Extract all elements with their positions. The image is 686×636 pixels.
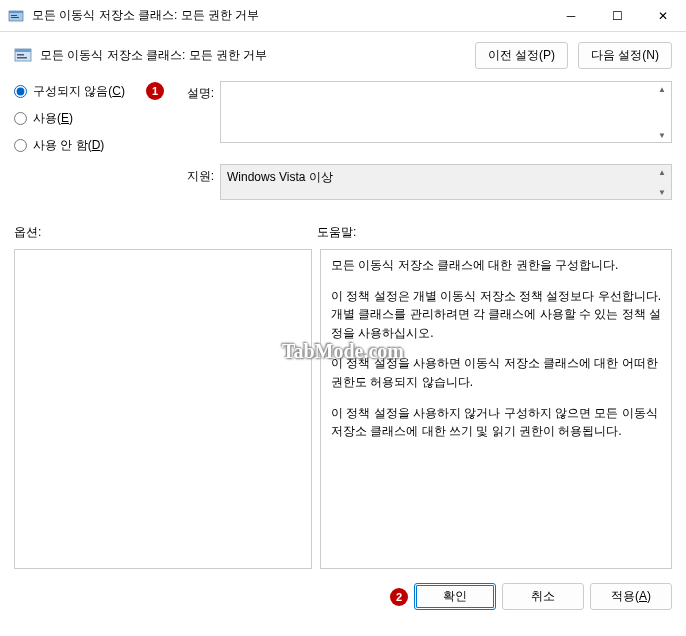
- annotation-badge-2: 2: [390, 588, 408, 606]
- help-paragraph: 이 정책 설정은 개별 이동식 저장소 정책 설정보다 우선합니다. 개별 클래…: [331, 287, 661, 343]
- app-icon: [8, 8, 24, 24]
- svg-rect-5: [15, 49, 31, 52]
- description-field[interactable]: ▲ ▼: [220, 81, 672, 143]
- radio-disabled[interactable]: [14, 139, 27, 152]
- previous-setting-button[interactable]: 이전 설정(P): [475, 42, 568, 69]
- help-panel[interactable]: 모든 이동식 저장소 클래스에 대한 권한을 구성합니다. 이 정책 설정은 개…: [320, 249, 672, 569]
- title-bar: 모든 이동식 저장소 클래스: 모든 권한 거부 ─ ☐ ✕: [0, 0, 686, 32]
- next-setting-button[interactable]: 다음 설정(N): [578, 42, 672, 69]
- minimize-button[interactable]: ─: [548, 0, 594, 32]
- window-title: 모든 이동식 저장소 클래스: 모든 권한 거부: [32, 7, 548, 24]
- header-row: 모든 이동식 저장소 클래스: 모든 권한 거부 이전 설정(P) 다음 설정(…: [0, 32, 686, 73]
- svg-rect-2: [11, 15, 17, 16]
- close-button[interactable]: ✕: [640, 0, 686, 32]
- policy-icon: [14, 47, 32, 65]
- scroll-down-icon[interactable]: ▼: [654, 129, 670, 141]
- help-paragraph: 모든 이동식 저장소 클래스에 대한 권한을 구성합니다.: [331, 256, 661, 275]
- support-label: 지원:: [168, 164, 216, 185]
- radio-enabled-label[interactable]: 사용(E): [33, 110, 73, 127]
- help-paragraph: 이 정책 설정을 사용하지 않거나 구성하지 않으면 모든 이동식 저장소 클래…: [331, 404, 661, 441]
- annotation-badge-1: 1: [146, 82, 164, 100]
- radio-disabled-label[interactable]: 사용 안 함(D): [33, 137, 104, 154]
- policy-title: 모든 이동식 저장소 클래스: 모든 권한 거부: [40, 47, 475, 64]
- apply-button[interactable]: 적용(A): [590, 583, 672, 610]
- radio-not-configured-label[interactable]: 구성되지 않음(C): [33, 83, 125, 100]
- state-radio-group: 구성되지 않음(C) 1 사용(E) 사용 안 함(D): [14, 81, 164, 154]
- svg-rect-7: [17, 57, 27, 59]
- support-field: Windows Vista 이상 ▲ ▼: [220, 164, 672, 200]
- help-section-label: 도움말:: [317, 224, 356, 241]
- help-paragraph: 이 정책 설정을 사용하면 이동식 저장소 클래스에 대한 어떠한 권한도 허용…: [331, 354, 661, 391]
- scroll-up-icon[interactable]: ▲: [654, 166, 670, 178]
- options-section-label: 옵션:: [14, 224, 317, 241]
- scroll-up-icon[interactable]: ▲: [654, 83, 670, 95]
- svg-rect-6: [17, 54, 24, 56]
- ok-button[interactable]: 확인: [414, 583, 496, 610]
- window-controls: ─ ☐ ✕: [548, 0, 686, 32]
- svg-rect-1: [9, 11, 23, 13]
- svg-rect-3: [11, 17, 19, 18]
- radio-enabled[interactable]: [14, 112, 27, 125]
- radio-not-configured[interactable]: [14, 85, 27, 98]
- options-panel[interactable]: [14, 249, 312, 569]
- scroll-down-icon[interactable]: ▼: [654, 186, 670, 198]
- maximize-button[interactable]: ☐: [594, 0, 640, 32]
- cancel-button[interactable]: 취소: [502, 583, 584, 610]
- description-label: 설명:: [168, 81, 216, 102]
